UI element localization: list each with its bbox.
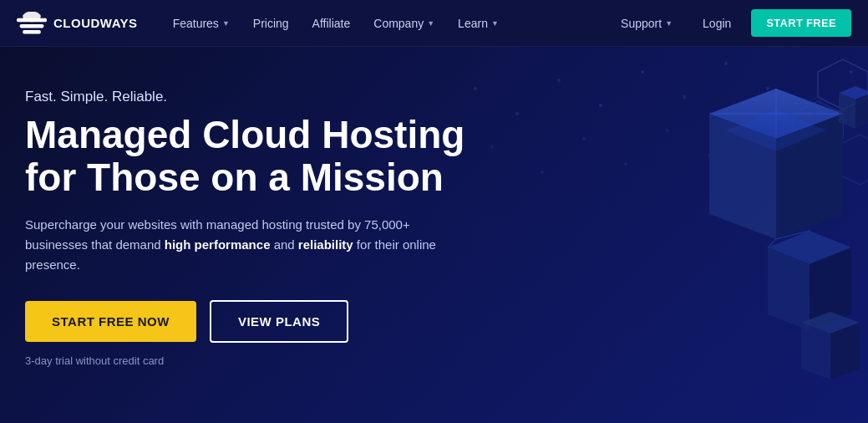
svg-point-8 — [641, 70, 644, 74]
start-free-now-button[interactable]: START FREE NOW — [25, 301, 196, 342]
nav-pricing-label: Pricing — [253, 17, 289, 30]
nav-company-label: Company — [373, 17, 424, 30]
chevron-down-icon: ▼ — [427, 19, 434, 28]
trial-notice: 3-day trial without credit card — [25, 354, 493, 367]
logo[interactable]: CLOUDWAYS — [17, 12, 138, 35]
nav-item-affiliate[interactable]: Affiliate — [302, 10, 361, 37]
navbar: CLOUDWAYS Features ▼ Pricing Affiliate C… — [0, 0, 868, 47]
hero-desc-bold1: high performance — [165, 237, 271, 252]
nav-item-features[interactable]: Features ▼ — [163, 10, 240, 37]
nav-right: Support ▼ Login START FREE — [611, 9, 851, 37]
nav-login[interactable]: Login — [689, 10, 744, 37]
hero-title-line1: Managed Cloud Hosting — [25, 113, 464, 156]
svg-point-15 — [541, 171, 544, 174]
view-plans-button[interactable]: VIEW PLANS — [210, 300, 348, 343]
svg-point-11 — [766, 87, 769, 90]
svg-point-13 — [850, 70, 853, 74]
brand-name: CLOUDWAYS — [53, 16, 138, 30]
hero-content: Fast. Simple. Reliable. Managed Cloud Ho… — [25, 89, 493, 367]
hero-desc-bold2: reliability — [298, 237, 353, 252]
hero-title: Managed Cloud Hosting for Those on a Mis… — [25, 114, 493, 198]
nav-support[interactable]: Support ▼ — [611, 10, 683, 37]
svg-rect-1 — [20, 23, 44, 28]
nav-learn-label: Learn — [458, 17, 488, 30]
nav-login-label: Login — [703, 17, 731, 30]
hero-tagline: Fast. Simple. Reliable. — [25, 89, 493, 105]
nav-links: Features ▼ Pricing Affiliate Company ▼ L… — [163, 10, 611, 37]
chevron-down-icon: ▼ — [665, 19, 673, 28]
svg-point-6 — [557, 79, 561, 82]
svg-point-17 — [624, 162, 627, 166]
svg-point-18 — [666, 129, 669, 132]
svg-point-3 — [23, 12, 41, 22]
chevron-down-icon: ▼ — [491, 19, 499, 28]
svg-rect-2 — [23, 30, 41, 34]
svg-point-16 — [582, 137, 586, 140]
svg-point-5 — [515, 112, 519, 115]
nav-cta-button[interactable]: START FREE — [751, 9, 851, 37]
nav-affiliate-label: Affiliate — [312, 17, 351, 30]
hero-graphic — [434, 47, 868, 423]
hero-illustration — [434, 47, 868, 423]
svg-point-7 — [599, 104, 602, 107]
nav-item-learn[interactable]: Learn ▼ — [448, 10, 509, 37]
nav-item-company[interactable]: Company ▼ — [363, 10, 444, 37]
svg-point-10 — [724, 62, 728, 65]
nav-support-label: Support — [621, 17, 662, 30]
nav-features-label: Features — [173, 17, 219, 30]
hero-buttons: START FREE NOW VIEW PLANS — [25, 300, 493, 343]
nav-item-pricing[interactable]: Pricing — [243, 10, 299, 37]
hero-description: Supercharge your websites with managed h… — [25, 215, 443, 275]
svg-point-9 — [683, 95, 686, 99]
hero-section: Fast. Simple. Reliable. Managed Cloud Ho… — [0, 47, 868, 423]
hero-title-line2: for Those on a Mission — [25, 155, 444, 199]
hero-desc-mid: and — [270, 237, 297, 252]
cloudways-logo-icon — [17, 12, 47, 35]
chevron-down-icon: ▼ — [222, 19, 230, 28]
